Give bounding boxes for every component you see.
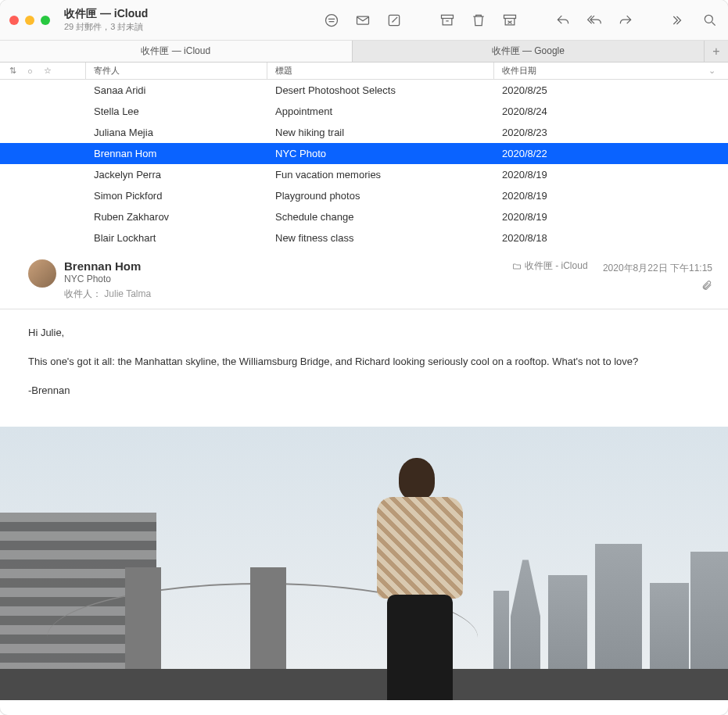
- reply-all-icon[interactable]: [586, 12, 603, 29]
- row-sender: Ruben Zakharov: [94, 211, 275, 223]
- row-sender: Jackelyn Perra: [94, 169, 275, 181]
- body-signature: -Brennan: [28, 383, 700, 399]
- column-sender[interactable]: 寄件人: [86, 63, 267, 79]
- traffic-lights: [9, 16, 50, 25]
- preview-to: 收件人： Julie Talma: [64, 288, 504, 301]
- window-titlebar: 收件匣 — iCloud 29 封郵件，3 封未讀: [0, 0, 728, 41]
- svg-point-5: [705, 15, 712, 23]
- flag-filter-icon[interactable]: ☆: [44, 66, 52, 76]
- unread-filter-icon[interactable]: ○: [27, 66, 33, 76]
- row-subject: New fitness class: [275, 232, 502, 244]
- tab-bar: 收件匣 — iCloud 收件匣 — Google +: [0, 41, 728, 63]
- junk-icon[interactable]: [501, 12, 518, 29]
- window-title: 收件匣 — iCloud: [64, 7, 148, 21]
- toolbar: [323, 12, 719, 29]
- row-sender: Simon Pickford: [94, 190, 275, 202]
- row-date: 2020/8/19: [502, 169, 728, 181]
- table-row[interactable]: Simon PickfordPlayground photos2020/8/19: [0, 185, 728, 206]
- preview-body: Hi Julie, This one's got it all: the Man…: [0, 309, 728, 427]
- table-row[interactable]: Jackelyn PerraFun vacation memories2020/…: [0, 164, 728, 185]
- row-date: 2020/8/18: [502, 232, 728, 244]
- window-title-info: 收件匣 — iCloud 29 封郵件，3 封未讀: [64, 7, 148, 33]
- maximize-window-button[interactable]: [41, 16, 50, 25]
- table-row[interactable]: Sanaa AridiDesert Photoshoot Selects2020…: [0, 80, 728, 101]
- row-subject: Desert Photoshoot Selects: [275, 84, 502, 96]
- svg-rect-3: [442, 15, 454, 18]
- row-sender: Brennan Hom: [94, 148, 275, 159]
- table-row[interactable]: Blair LockhartNew fitness class2020/8/18: [0, 227, 728, 248]
- forward-icon[interactable]: [617, 12, 634, 29]
- svg-rect-4: [504, 15, 516, 18]
- column-date[interactable]: 收件日期⌄: [494, 63, 728, 79]
- row-date: 2020/8/25: [502, 84, 728, 96]
- row-date: 2020/8/19: [502, 190, 728, 202]
- body-paragraph: This one's got it all: the Manhattan sky…: [28, 354, 700, 370]
- row-sender: Juliana Mejia: [94, 127, 275, 138]
- row-subject: Fun vacation memories: [275, 169, 502, 181]
- minimize-window-button[interactable]: [25, 16, 34, 25]
- row-sender: Sanaa Aridi: [94, 84, 275, 96]
- filter-icon[interactable]: [323, 12, 340, 29]
- compose-icon[interactable]: [386, 12, 403, 29]
- tab-icloud[interactable]: 收件匣 — iCloud: [0, 41, 353, 62]
- preview-meta: 收件匣 - iCloud 2020年8月22日 下午11:15: [512, 259, 712, 301]
- attachment-photo[interactable]: [0, 427, 728, 700]
- row-subject: Schedule change: [275, 211, 502, 223]
- row-subject: NYC Photo: [275, 148, 502, 159]
- svg-point-0: [326, 14, 338, 26]
- table-row[interactable]: Brennan HomNYC Photo2020/8/22: [0, 143, 728, 164]
- window-subtitle: 29 封郵件，3 封未讀: [64, 21, 148, 33]
- chevron-down-icon: ⌄: [708, 66, 715, 76]
- mark-unread-icon[interactable]: [354, 12, 371, 29]
- more-icon[interactable]: [670, 12, 687, 29]
- new-tab-button[interactable]: +: [705, 41, 728, 62]
- row-subject: Appointment: [275, 105, 502, 117]
- preview-subject: NYC Photo: [64, 273, 504, 284]
- row-subject: Playground photos: [275, 190, 502, 202]
- close-window-button[interactable]: [9, 16, 19, 25]
- avatar: [28, 259, 56, 288]
- archive-icon[interactable]: [439, 12, 456, 29]
- row-sender: Blair Lockhart: [94, 232, 275, 244]
- attachment-icon[interactable]: [512, 280, 712, 293]
- preview-from: Brennan Hom: [64, 259, 504, 273]
- row-date: 2020/8/24: [502, 105, 728, 117]
- table-row[interactable]: Juliana MejiaNew hiking trail2020/8/23: [0, 122, 728, 143]
- message-list-header: ⇅ ○ ☆ 寄件人 標題 收件日期⌄: [0, 63, 728, 80]
- table-row[interactable]: Stella LeeAppointment2020/8/24: [0, 101, 728, 122]
- body-greeting: Hi Julie,: [28, 325, 700, 341]
- table-row[interactable]: Ruben ZakharovSchedule change2020/8/19: [0, 206, 728, 227]
- svg-rect-1: [357, 16, 369, 24]
- row-subject: New hiking trail: [275, 127, 502, 138]
- row-date: 2020/8/19: [502, 211, 728, 223]
- preview-header: Brennan Hom NYC Photo 收件人： Julie Talma 收…: [0, 248, 728, 309]
- sort-icon[interactable]: ⇅: [9, 66, 16, 76]
- search-icon[interactable]: [701, 12, 719, 29]
- folder-badge[interactable]: 收件匣 - iCloud: [512, 259, 588, 273]
- message-list: Sanaa AridiDesert Photoshoot Selects2020…: [0, 80, 728, 248]
- row-date: 2020/8/22: [502, 148, 728, 159]
- row-sender: Stella Lee: [94, 105, 275, 117]
- reply-icon[interactable]: [554, 12, 572, 29]
- tab-google[interactable]: 收件匣 — Google: [353, 41, 705, 62]
- column-subject[interactable]: 標題: [267, 63, 494, 79]
- trash-icon[interactable]: [470, 12, 487, 29]
- preview-datetime: 2020年8月22日 下午11:15: [603, 263, 712, 273]
- row-date: 2020/8/23: [502, 127, 728, 138]
